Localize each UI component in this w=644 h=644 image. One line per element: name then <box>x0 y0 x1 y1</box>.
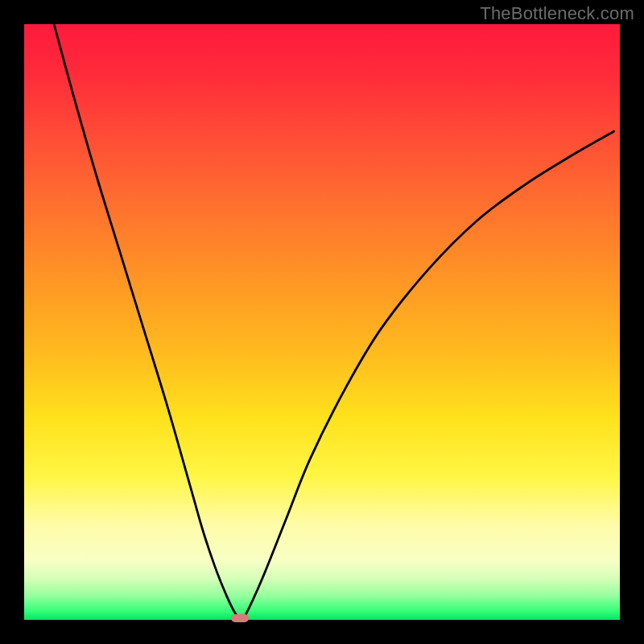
chart-frame <box>24 24 620 620</box>
bottleneck-curve <box>54 24 614 620</box>
chart-curve-layer <box>24 24 620 620</box>
watermark-text: TheBottleneck.com <box>480 3 634 24</box>
minimum-marker <box>231 614 249 622</box>
